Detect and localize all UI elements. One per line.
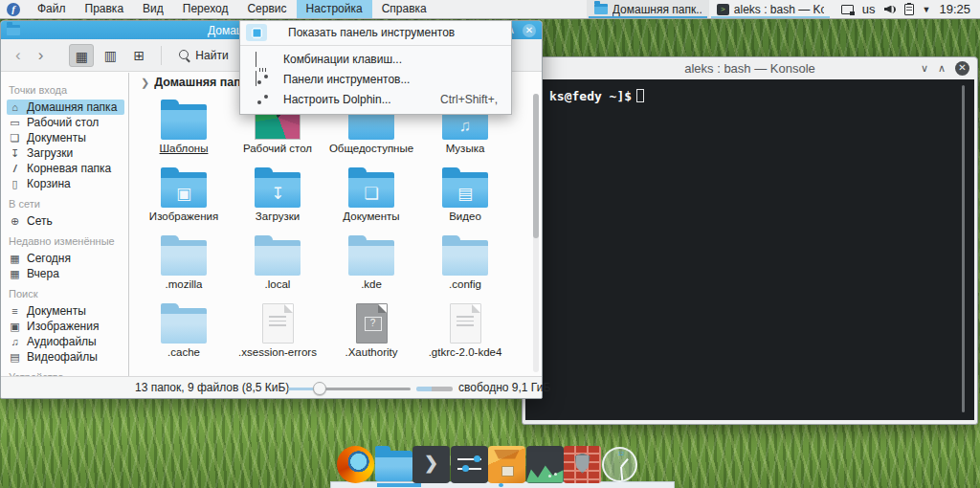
view-scrollbar[interactable] <box>533 94 539 372</box>
file-item[interactable]: ↧Загрузки <box>231 164 324 232</box>
task-manager: Домашняя папк... > aleks : bash — Ko... … <box>587 0 980 18</box>
task-konsole[interactable]: > aleks : bash — Ko... <box>709 0 832 18</box>
menu-shortcut: Ctrl+Shift+, <box>440 93 498 106</box>
sidebar-item-network[interactable]: ⊕Сеть <box>7 213 124 229</box>
sidebar-item-today[interactable]: ▦Сегодня <box>7 251 124 266</box>
package-manager-icon[interactable] <box>488 446 525 483</box>
sidebar-item-desktop[interactable]: ▭Рабочий стол <box>7 115 124 130</box>
menu-go[interactable]: Переход <box>173 0 238 18</box>
documents-folder-icon: ❏ <box>348 172 394 208</box>
icons-view-button[interactable]: ▦ <box>69 44 94 67</box>
file-item[interactable]: .gtkrc-2.0-kde4 <box>418 299 512 367</box>
close-icon[interactable]: ✕ <box>523 24 536 37</box>
task-konsole-label: aleks : bash — Ko... <box>734 3 824 16</box>
sidebar-item-downloads[interactable]: ↧Загрузки <box>7 145 124 161</box>
zoom-slider[interactable] <box>288 388 411 390</box>
document-icon: ❏ <box>9 132 21 144</box>
sidebar-item-search-documents[interactable]: ≡Документы <box>7 303 124 319</box>
file-item[interactable]: .Xauthority <box>324 299 418 367</box>
konsole-titlebar[interactable]: aleks : bash — Konsole ∨ ∧ ✕ <box>523 57 977 79</box>
find-button[interactable]: Найти <box>171 46 234 65</box>
menu-help[interactable]: Справка <box>372 0 436 18</box>
close-icon[interactable]: ✕ <box>955 61 969 76</box>
terminal-icon[interactable]: ❯ <box>412 446 450 483</box>
sidebar-item-home[interactable]: ⌂Домашняя папка <box>7 100 124 115</box>
maximize-icon[interactable]: ∧ <box>938 63 946 74</box>
hidden-folder-icon <box>161 308 207 344</box>
details-view-button[interactable]: ▥ <box>98 44 122 67</box>
menu-tools[interactable]: Сервис <box>237 0 296 18</box>
downloads-folder-icon: ↧ <box>255 172 301 208</box>
file-item[interactable]: .mozilla <box>137 232 231 299</box>
image-viewer-icon[interactable] <box>526 446 564 483</box>
dolphin-app-icon <box>7 25 20 35</box>
hidden-folder-icon <box>161 240 207 276</box>
sidebar-item-trash[interactable]: ▯Корзина <box>7 176 124 191</box>
breadcrumb: ❯ Домашняя папка <box>141 76 254 89</box>
sidebar-item-root[interactable]: /Корневая папка <box>7 161 124 176</box>
task-dolphin-label: Домашняя папк... <box>612 3 702 16</box>
folder-view[interactable]: ❯ Домашняя папка Шаблоны Рабочий стол Об… <box>129 73 542 376</box>
checkbox-checked-icon[interactable] <box>246 24 267 41</box>
terminal-area[interactable]: ks@fedy ~]$ <box>525 79 974 420</box>
unknown-file-icon <box>356 303 388 344</box>
file-item[interactable]: ▤Видео <box>418 164 512 232</box>
back-icon[interactable]: ‹ <box>9 47 28 63</box>
menu-file[interactable]: Файл <box>28 0 76 18</box>
minimize-icon[interactable]: ∨ <box>921 63 928 74</box>
toolbar-separator <box>161 46 162 65</box>
sidebar-item-search-images[interactable]: ▣Изображения <box>7 319 124 334</box>
panel-clock[interactable]: 19:25 <box>939 2 974 16</box>
section-title: В сети <box>9 198 128 210</box>
file-item[interactable]: ❏Документы <box>324 164 418 232</box>
global-menubar: Файл Правка Вид Переход Сервис Настройка… <box>28 0 436 18</box>
clock-icon[interactable]: 12 <box>602 447 637 482</box>
free-space-bar <box>416 387 453 391</box>
chevron-right-icon: ❯ <box>141 77 149 89</box>
keyboard-layout-indicator[interactable]: us <box>862 2 876 16</box>
menu-item-configure-dolphin[interactable]: Настроить Dolphin... Ctrl+Shift+, <box>240 89 511 109</box>
expand-arrow-icon[interactable]: ▼ <box>923 5 931 14</box>
sidebar-item-yesterday[interactable]: ▦Вчера <box>7 266 124 281</box>
network-globe-icon: ⊕ <box>9 215 21 228</box>
section-title: Поиск <box>9 288 128 299</box>
firefox-icon[interactable] <box>337 446 374 483</box>
terminal-prompt: ks@fedy ~]$ <box>549 89 644 103</box>
konsole-title: aleks : bash — Konsole <box>684 61 815 76</box>
tree-view-button[interactable]: ⊞ <box>126 44 151 67</box>
firewall-icon[interactable] <box>564 446 601 483</box>
menu-item-shortcuts[interactable]: Комбинации клавиш... <box>240 49 511 69</box>
file-item[interactable]: ▣Изображения <box>137 164 231 232</box>
konsole-icon: > <box>717 4 729 15</box>
document-lines-icon: ≡ <box>9 305 21 317</box>
menu-settings[interactable]: Настройка <box>297 0 372 18</box>
terminal-scrollbar[interactable] <box>962 85 965 412</box>
network-icon[interactable] <box>841 5 854 14</box>
zoom-slider-handle[interactable] <box>313 382 326 395</box>
volume-icon[interactable] <box>884 4 896 15</box>
menu-view[interactable]: Вид <box>133 0 173 18</box>
task-dolphin[interactable]: Домашняя папк... <box>587 0 709 18</box>
sidebar-item-search-video[interactable]: ▤Видеофайлы <box>7 349 124 365</box>
download-icon: ↧ <box>9 147 21 160</box>
settings-icon[interactable] <box>451 446 488 483</box>
file-item[interactable]: Шаблоны <box>137 96 231 164</box>
menu-item-toolbars[interactable]: Панели инструментов... <box>240 69 511 89</box>
fedora-launcher-icon[interactable]: f <box>7 3 20 16</box>
forward-icon[interactable]: › <box>32 47 51 63</box>
file-item[interactable]: .xsession-errors <box>231 299 324 367</box>
clipboard-icon[interactable] <box>904 4 914 15</box>
settings-menu-popup: Показать панель инструментов Комбинации … <box>239 20 512 115</box>
file-manager-icon[interactable] <box>375 451 412 481</box>
top-panel: f Файл Правка Вид Переход Сервис Настрой… <box>0 0 980 19</box>
sidebar-item-documents[interactable]: ❏Документы <box>7 130 124 145</box>
sidebar-item-search-audio[interactable]: ♫Аудиофайлы <box>7 334 124 349</box>
videos-folder-icon: ▤ <box>442 172 488 208</box>
file-item[interactable]: .config <box>418 232 512 299</box>
menu-item-show-toolbar[interactable]: Показать панель инструментов <box>240 21 511 44</box>
section-title: Недавно изменённые <box>9 235 128 247</box>
file-item[interactable]: .local <box>231 232 324 299</box>
menu-edit[interactable]: Правка <box>76 0 134 18</box>
file-item[interactable]: .kde <box>324 232 418 299</box>
file-item[interactable]: .cache <box>137 299 231 367</box>
